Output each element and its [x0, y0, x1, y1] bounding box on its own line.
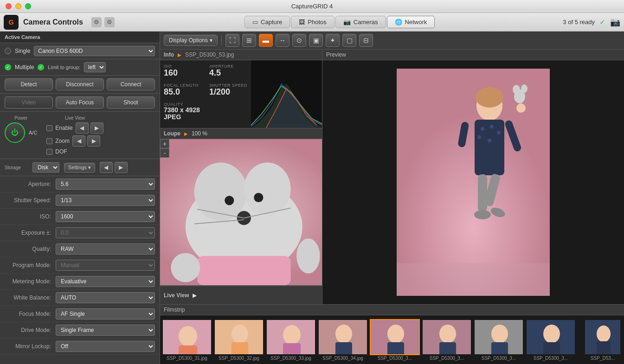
quality-format-value: JPEG	[164, 114, 247, 121]
focus-peaking-icon[interactable]: ▢	[342, 34, 356, 47]
loupe-zoom-out-button[interactable]: -	[160, 148, 169, 158]
video-button[interactable]: Video	[5, 96, 53, 109]
arrow-right-2[interactable]: ▶	[87, 135, 100, 147]
filmstrip-thumb-1[interactable]	[162, 319, 212, 355]
tab-network[interactable]: 🌐 Network	[387, 16, 435, 28]
iso-row: ISO: 1600	[0, 209, 160, 225]
storage-arrow-right[interactable]: ▶	[115, 162, 128, 173]
single-radio[interactable]	[5, 48, 11, 54]
status-text: 3 of 5 ready	[563, 19, 595, 26]
arrow-left-1[interactable]: ◀	[76, 122, 89, 134]
filmstrip-thumb-6[interactable]	[422, 319, 472, 355]
shutter-select[interactable]: 1/13	[56, 195, 155, 206]
zoom-checkbox[interactable]	[46, 138, 52, 144]
svg-point-34	[474, 210, 491, 219]
program-select[interactable]: Manual	[56, 260, 155, 271]
camera-model-select[interactable]: Canon EOS 600D	[34, 46, 155, 56]
minimize-button[interactable]	[15, 3, 21, 9]
stars-icon[interactable]: ✦	[326, 34, 340, 47]
disconnect-button[interactable]: Disconnect	[56, 78, 104, 90]
filmstrip-thumb-4[interactable]	[318, 319, 368, 355]
filmstrip-thumb-3[interactable]	[266, 319, 316, 355]
info-content: ISO 160 APERTURE 4.5 FOCAL LENGTH 85.0	[160, 60, 322, 128]
quality-select[interactable]: RAW	[56, 243, 155, 255]
list-item[interactable]: SSP_D53...	[578, 319, 624, 361]
svg-point-19	[476, 87, 503, 108]
limit-group-select[interactable]: left	[84, 62, 106, 72]
list-item[interactable]: SSP_D5300_3...	[370, 319, 420, 361]
wb-select[interactable]: AUTO	[56, 292, 155, 303]
maximize-button[interactable]	[25, 3, 31, 9]
list-item[interactable]: SSP_D5300_3...	[526, 319, 576, 361]
tab-capture[interactable]: ▭ Capture	[244, 16, 290, 28]
aperture-select[interactable]: 5.6	[56, 179, 155, 190]
focus-select[interactable]: AF Single	[56, 308, 155, 319]
enable-checkbox[interactable]	[46, 125, 52, 131]
tab-cameras[interactable]: 📷 Cameras	[335, 16, 386, 28]
toolbar: Display Options ▾ ⛶ ⊞ ▬ ↔ ⊙ ▣ ✦ ▢ ⊟	[160, 32, 624, 50]
title-bar: CaptureGRID 4	[0, 0, 624, 13]
power-button[interactable]: ⏻	[5, 122, 25, 143]
list-item[interactable]: SSP_D5300_34.jpg	[318, 319, 368, 361]
svg-rect-42	[232, 342, 248, 355]
list-item[interactable]: SSP_D5300_3...	[474, 319, 524, 361]
drive-select[interactable]: Single Frame	[56, 325, 155, 336]
iso-select[interactable]: 1600	[56, 211, 155, 222]
storage-arrow-left[interactable]: ◀	[100, 162, 113, 173]
svg-rect-45	[283, 343, 301, 355]
camera-icon: 📷	[610, 17, 620, 27]
overlay-icon[interactable]: ▣	[309, 34, 323, 47]
grid2-icon[interactable]: ⊟	[359, 34, 373, 47]
detect-button[interactable]: Detect	[5, 78, 53, 90]
dof-checkbox[interactable]	[46, 149, 52, 155]
power-label: Power	[5, 115, 37, 121]
shoot-button[interactable]: Shoot	[107, 96, 155, 109]
settings2-icon[interactable]: ⚙	[104, 17, 115, 27]
tab-photos[interactable]: 🖼 Photos	[291, 16, 334, 28]
storage-select[interactable]: Disk	[32, 162, 59, 172]
multiple-check[interactable]: ✓	[5, 64, 11, 70]
svg-point-9	[254, 193, 263, 202]
liveview-label: Live View	[46, 115, 103, 121]
histogram-icon[interactable]: ▬	[259, 34, 273, 47]
auto-focus-button[interactable]: Auto Focus	[56, 96, 104, 109]
arrow-right-1[interactable]: ▶	[90, 122, 103, 134]
focal-field: FOCAL LENGTH 85.0	[164, 83, 202, 98]
loupe-zoom-in-button[interactable]: +	[160, 139, 169, 148]
list-item[interactable]: SSP_D5300_3...	[422, 319, 472, 361]
connect-button[interactable]: Connect	[107, 78, 155, 90]
display-options-arrow: ▾	[210, 37, 212, 44]
filmstrip-thumb-2[interactable]	[214, 319, 264, 355]
list-item[interactable]: SSP_D5300_31.jpg	[162, 319, 212, 361]
exposure-select[interactable]: 0.0	[56, 227, 155, 238]
mirror-select[interactable]: Off	[56, 341, 155, 352]
filmstrip-thumb-8[interactable]	[526, 319, 576, 355]
filmstrip-scroll[interactable]: SSP_D5300_31.jpg SSP_D5300_32.jpg	[160, 315, 624, 364]
grid-icon[interactable]: ⊞	[242, 34, 256, 47]
arrow-left-2[interactable]: ◀	[72, 135, 85, 147]
list-item[interactable]: SSP_D5300_32.jpg	[214, 319, 264, 361]
loupe-play-icon[interactable]: ▶	[184, 131, 188, 136]
filmstrip-thumb-5[interactable]	[370, 319, 420, 355]
metering-select[interactable]: Evaluative	[56, 276, 155, 287]
filmstrip-label-8: SSP_D5300_3...	[526, 356, 576, 361]
display-options-button[interactable]: Display Options ▾	[164, 35, 218, 46]
close-button[interactable]	[6, 3, 12, 9]
mirror-row: Mirror Lockup: Off	[0, 338, 160, 355]
svg-rect-57	[491, 342, 508, 355]
loupe-icon[interactable]: ⊙	[292, 34, 306, 47]
settings-button[interactable]: Settings ▾	[64, 163, 95, 172]
loupe-title: Loupe	[164, 130, 180, 137]
list-item[interactable]: SSP_D5300_33.jpg	[266, 319, 316, 361]
filmstrip-thumb-7[interactable]	[474, 319, 524, 355]
info-play-icon[interactable]: ▶	[178, 52, 181, 57]
crop-icon[interactable]: ⛶	[225, 34, 239, 47]
zoom-arrows: ◀ ▶	[72, 135, 100, 147]
liveview-play-icon[interactable]: ▶	[193, 292, 197, 299]
limit-check[interactable]: ✓	[38, 64, 44, 70]
info-filename: SSP_D5300_53.jpg	[185, 51, 234, 58]
filmstrip-thumb-9[interactable]	[584, 319, 621, 355]
shutter-row: Shutter Speed: 1/13	[0, 192, 160, 209]
resize-icon[interactable]: ↔	[276, 34, 289, 47]
settings-icon[interactable]: ⚙	[91, 17, 102, 27]
